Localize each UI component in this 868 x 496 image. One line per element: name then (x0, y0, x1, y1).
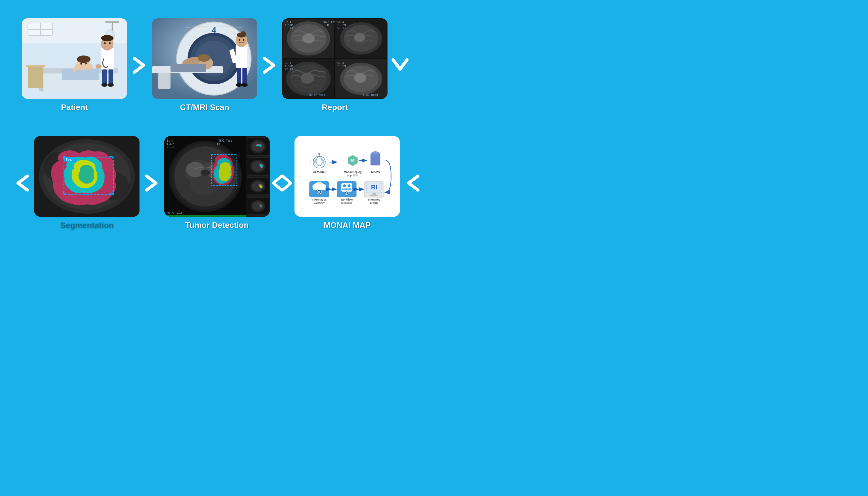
chevron-right-3 (142, 173, 162, 193)
svg-point-22 (95, 64, 102, 68)
main-container: Patient (0, 0, 434, 248)
svg-text:Sc 4: Sc 4 (284, 20, 291, 24)
svg-point-25 (102, 83, 108, 87)
svg-point-58 (302, 33, 315, 43)
svg-rect-93 (63, 156, 64, 159)
svg-text:Inference: Inference (368, 198, 380, 201)
report-card: Sc 4 T1S/M SI 13 TR=2 Test FH Sc 4 T1S/M (282, 18, 388, 99)
svg-rect-51 (243, 68, 247, 85)
svg-text:Sc 4: Sc 4 (167, 140, 173, 142)
svg-rect-38 (158, 73, 170, 89)
svg-point-14 (77, 56, 91, 63)
bidirectional-arrow-svg (270, 173, 294, 193)
monai-map-svg: AI Model (294, 141, 400, 212)
det-main-view: Sc 4 T1S/M SI 13 TE=2 Test FH FH 27 head (164, 136, 246, 217)
svg-point-46 (241, 31, 246, 36)
report-card-container: Sc 4 T1S/M SI 13 TR=2 Test FH Sc 4 T1S/M (282, 18, 388, 112)
svg-point-161 (343, 184, 346, 187)
svg-point-26 (108, 83, 114, 87)
svg-text:FH 27 head: FH 27 head (167, 212, 182, 215)
monai-card-container: AI Model (294, 136, 400, 230)
svg-point-122 (252, 141, 264, 152)
svg-rect-17 (101, 48, 114, 69)
svg-point-15 (80, 63, 82, 64)
svg-text:FH: FH (326, 24, 329, 27)
chevron-left-1 (12, 173, 32, 193)
svg-text:app SDK: app SDK (347, 174, 358, 177)
svg-point-53 (242, 83, 248, 87)
svg-rect-147 (370, 157, 381, 159)
svg-rect-119 (164, 215, 246, 217)
svg-text:TE 27 head: TE 27 head (361, 93, 378, 96)
arrow-monai-right (400, 173, 425, 193)
svg-text:T1S/M: T1S/M (284, 65, 293, 68)
svg-rect-144 (370, 154, 381, 165)
svg-point-111 (201, 170, 210, 176)
svg-point-74 (301, 73, 314, 84)
patient-card-container: Patient (22, 18, 127, 112)
svg-point-41 (198, 54, 210, 62)
svg-text:TR=2 Test: TR=2 Test (322, 20, 338, 24)
row-1: Patient (12, 9, 422, 121)
svg-text:Manager: Manager (341, 201, 352, 204)
detection-scene: Sc 4 T1S/M SI 13 TE=2 Test FH FH 27 head (164, 136, 270, 217)
svg-point-19 (101, 35, 113, 41)
svg-rect-95 (112, 156, 112, 159)
arrow-left-1 (9, 173, 34, 193)
svg-text:FH: FH (217, 143, 220, 145)
svg-text:Sc 4: Sc 4 (337, 20, 344, 24)
patient-label: Patient (61, 103, 88, 112)
svg-point-82 (354, 73, 367, 83)
monai-map-card: AI Model (294, 136, 400, 217)
svg-text:Tumor: Tumor (66, 158, 74, 161)
svg-text:T1S/M: T1S/M (337, 24, 346, 27)
svg-rect-23 (102, 69, 107, 85)
detection-brain-svg: Sc 4 T1S/M SI 13 TE=2 Test FH FH 27 head (164, 136, 246, 217)
arrow-seg-to-det (140, 173, 164, 193)
monai-map-label: MONAI MAP (324, 220, 371, 230)
svg-rect-173 (370, 195, 378, 196)
svg-text:4: 4 (212, 26, 216, 35)
svg-rect-42 (170, 64, 206, 72)
svg-point-52 (236, 83, 242, 87)
chevron-left-2 (402, 173, 422, 193)
chevron-right-1 (129, 55, 150, 75)
segmentation-card: Tumor (34, 136, 140, 217)
svg-rect-172 (372, 193, 376, 195)
svg-rect-6 (105, 21, 119, 22)
segmentation-illustration: Tumor (34, 136, 140, 217)
ct-card: 4 (152, 18, 257, 99)
svg-point-109 (186, 162, 205, 177)
svg-point-162 (348, 184, 351, 187)
svg-text:MAPS: MAPS (371, 170, 380, 174)
segmentation-card-container: Tumor Segmentation (34, 136, 140, 230)
segmentation-label: Segmentation (60, 220, 113, 230)
ct-card-container: 4 (152, 18, 257, 112)
thumb-4-svg (247, 197, 269, 215)
tumor-detection-label: Tumor Detection (185, 220, 249, 230)
det-thumb-2 (247, 157, 269, 176)
arrow-report-down (388, 55, 412, 75)
arrow-bidirectional (270, 173, 294, 193)
tumor-detection-container: Sc 4 T1S/M SI 13 TE=2 Test FH FH 27 head (164, 136, 270, 230)
svg-rect-12 (62, 69, 99, 80)
svg-point-136 (319, 153, 320, 154)
svg-point-27 (84, 64, 90, 68)
svg-text:T1S/M: T1S/M (167, 143, 174, 145)
svg-text:Informatics: Informatics (312, 198, 327, 201)
svg-rect-29 (26, 65, 45, 67)
svg-point-165 (346, 192, 347, 193)
svg-text:SI 13: SI 13 (284, 27, 293, 30)
mri-illustration: Sc 4 T1S/M SI 13 TR=2 Test FH Sc 4 T1S/M (282, 18, 388, 99)
monai-scene: AI Model (294, 136, 400, 217)
thumb-2-svg (247, 157, 269, 176)
patient-card (22, 18, 127, 99)
svg-point-67 (354, 33, 365, 42)
svg-text:Sc 4: Sc 4 (337, 62, 344, 65)
patient-illustration (22, 18, 127, 99)
svg-text:AI Model: AI Model (313, 170, 326, 174)
arrow-patient-to-ct (127, 55, 152, 75)
svg-point-47 (239, 39, 240, 41)
report-label: Report (322, 103, 348, 112)
thumb-3-svg (247, 177, 269, 196)
